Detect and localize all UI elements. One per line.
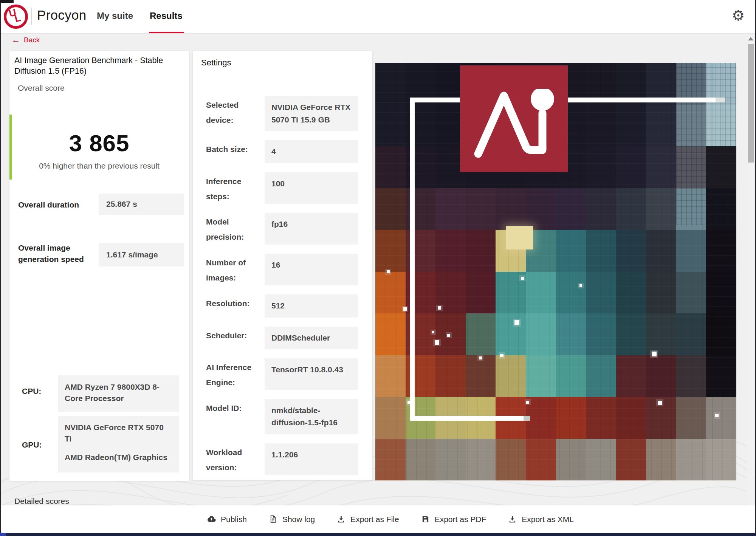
sparkle-dot: [407, 401, 411, 404]
settings-row: Scheduler:DDIMScheduler: [206, 327, 358, 350]
settings-row: AI Inference Engine:TensorRT 10.8.0.43: [206, 358, 358, 390]
sparkle-dot: [479, 356, 482, 359]
show-log-button[interactable]: Show log: [269, 515, 315, 524]
settings-row-label: Inference steps:: [206, 172, 265, 204]
settings-row: Resolution:512: [206, 294, 358, 318]
overall-duration-label: Overall duration: [18, 199, 79, 211]
gear-icon[interactable]: ⚙: [732, 8, 745, 23]
settings-row-label: Workload version:: [206, 443, 265, 475]
sparkle-dot: [500, 354, 503, 357]
benchmark-artwork: [375, 63, 736, 480]
detailed-scores-heading: Detailed scores: [14, 497, 69, 506]
settings-row-label: Model precision:: [206, 213, 265, 245]
sparkle-dot: [403, 307, 407, 311]
sparkle-dot: [526, 401, 529, 404]
action-button-label: Export as File: [350, 515, 399, 524]
settings-row-value: 16: [265, 254, 358, 285]
sparkle-dot: [658, 401, 662, 405]
settings-row-value: fp16: [265, 213, 358, 245]
settings-row: Model ID:nmkd/stable-diffusion-1.5-fp16: [206, 399, 358, 434]
scrollbar-thumb[interactable]: [748, 44, 754, 163]
active-tab-underline: [149, 32, 184, 33]
settings-row-label: Scheduler:: [206, 327, 265, 350]
sparkle-dot: [521, 277, 524, 280]
back-arrow-icon: ←: [11, 36, 20, 44]
settings-row-label: AI Inference Engine:: [206, 358, 265, 390]
back-label: Back: [24, 36, 40, 44]
settings-row-label: Number of images:: [206, 254, 265, 285]
sparkle-dot: [387, 270, 390, 273]
download-icon: [337, 515, 345, 524]
sparkle-dot: [432, 331, 434, 333]
settings-row-label: Model ID:: [206, 399, 265, 434]
settings-row-value: TensorRT 10.8.0.43: [265, 358, 358, 390]
window-footer-strip: [0, 533, 756, 536]
settings-row-value: 4: [265, 140, 358, 163]
action-bar: PublishShow logExport as FileExport as P…: [0, 505, 756, 533]
header-divider: [31, 8, 32, 25]
glass-building-texture: [676, 63, 736, 225]
frame-left-line: [410, 98, 415, 420]
scrollbar[interactable]: [747, 34, 754, 505]
download-icon: [508, 515, 517, 524]
window-corner-fragment: [0, 0, 14, 3]
app-title: Procyon: [37, 8, 87, 23]
score-comparison-note: 0% higher than the previous result: [9, 161, 189, 170]
ul-logo: U L: [4, 5, 28, 29]
window-footer-accent: [0, 533, 6, 536]
ai-logo-square: [460, 65, 568, 172]
publish-button[interactable]: Publish: [207, 515, 247, 524]
export-as-xml-button[interactable]: Export as XML: [508, 515, 574, 524]
settings-row-label: Selected device:: [206, 96, 265, 131]
settings-row: Selected device:NVIDIA GeForce RTX 5070 …: [206, 96, 358, 131]
settings-title: Settings: [201, 58, 231, 68]
settings-row: Number of images:16: [206, 254, 358, 285]
cloud-upload-icon: [207, 515, 216, 524]
settings-row-label: Resolution:: [206, 294, 265, 318]
overall-score-label: Overall score: [18, 84, 65, 93]
overall-duration-value: 25.867 s: [99, 194, 184, 215]
settings-row: Workload version:1.1.206: [206, 443, 358, 475]
window-border-left: [0, 0, 1, 536]
gpu-value: NVIDIA GeForce RTX 5070 Ti AMD Radeon(TM…: [58, 416, 179, 472]
tab-results[interactable]: Results: [150, 11, 183, 21]
action-buttons: PublishShow logExport as FileExport as P…: [207, 505, 574, 533]
ul-logo-letter-l: L: [13, 12, 22, 25]
overall-score-value: 3 865: [9, 130, 189, 156]
settings-row-value: DDIMScheduler: [265, 327, 358, 350]
glowing-window: [506, 226, 533, 249]
sparkle-dot: [579, 284, 582, 287]
settings-row-value: 100: [265, 172, 358, 204]
scrollbar-up-arrow[interactable]: [748, 37, 753, 40]
generation-speed-value: 1.617 s/image: [99, 243, 184, 266]
frame-top-line-cap: [716, 98, 725, 102]
settings-row: Inference steps:100: [206, 172, 358, 204]
generation-speed-label: Overall image generation speed: [18, 242, 92, 265]
action-button-label: Publish: [221, 515, 247, 524]
cpu-value: AMD Ryzen 7 9800X3D 8-Core Processor: [58, 375, 179, 412]
gpu-label: GPU:: [22, 440, 42, 449]
settings-row-value: 512: [265, 294, 358, 318]
frame-bottom-line: [410, 416, 524, 421]
gpu-name-1: NVIDIA GeForce RTX 5070 Ti: [65, 422, 172, 445]
sparkle-dot: [715, 414, 719, 417]
result-card: AI Image Generation Benchmark - Stable D…: [9, 51, 189, 481]
sparkle-dot: [435, 340, 439, 345]
action-button-label: Export as PDF: [435, 515, 486, 524]
back-button[interactable]: ← Back: [11, 36, 40, 44]
sparkle-dot: [438, 306, 441, 310]
app-header: U L Procyon My suite Results ⚙: [0, 0, 756, 34]
settings-row: Model precision:fp16: [206, 213, 358, 245]
settings-card: Settings Selected device:NVIDIA GeForce …: [193, 51, 372, 480]
settings-row-value: NVIDIA GeForce RTX 5070 Ti 15.9 GB: [265, 96, 358, 131]
settings-row-label: Batch size:: [206, 140, 265, 163]
ai-monogram-icon: [471, 89, 558, 159]
action-button-label: Export as XML: [522, 515, 574, 524]
export-as-pdf-button[interactable]: Export as PDF: [421, 515, 486, 524]
tab-my-suite[interactable]: My suite: [97, 11, 133, 21]
save-icon: [421, 515, 430, 524]
document-icon: [269, 515, 277, 524]
gpu-name-2: AMD Radeon(TM) Graphics: [65, 452, 172, 463]
settings-row: Batch size:4: [206, 140, 358, 163]
export-as-file-button[interactable]: Export as File: [337, 515, 399, 524]
